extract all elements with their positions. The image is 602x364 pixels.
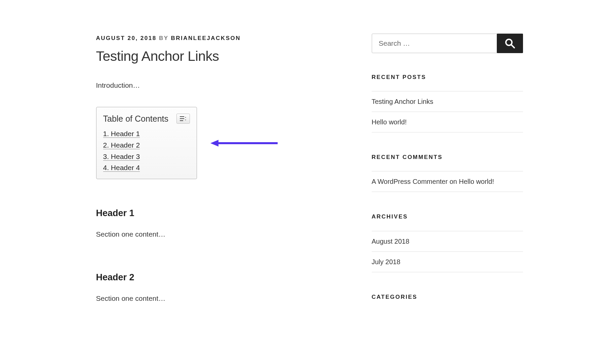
svg-marker-4 [210,140,218,147]
table-of-contents: Table of Contents 1. Header 1 2. Header [96,107,197,179]
toc-item: 3. Header 3 [103,151,190,162]
list-item: August 2018 [372,231,523,251]
toc-link-1[interactable]: 1. Header 1 [103,130,140,138]
toc-link-2[interactable]: 2. Header 2 [103,141,140,149]
archive-link[interactable]: August 2018 [372,238,409,245]
comment-post-link[interactable]: Hello world! [459,178,494,185]
archive-link[interactable]: July 2018 [372,258,401,266]
list-item: A WordPress Commenter on Hello world! [372,171,523,192]
recent-posts-list: Testing Anchor Links Hello world! [372,91,523,132]
toc-toggle-button[interactable] [176,114,190,124]
toc-link-4[interactable]: 4. Header 4 [103,164,140,172]
section-heading-1: Header 1 [96,206,345,220]
section-content-1: Section one content… [96,229,345,240]
main-content: AUGUST 20, 2018 BY BRIANLEEJACKSON Testi… [96,34,345,304]
svg-rect-0 [180,116,184,117]
search-button[interactable] [497,34,523,53]
svg-rect-1 [180,118,184,119]
list-icon [180,116,187,121]
svg-line-6 [511,45,514,48]
comment-author-link[interactable]: A WordPress Commenter [372,178,448,185]
recent-posts-title: RECENT POSTS [372,73,523,82]
list-item: July 2018 [372,251,523,272]
comment-on-label: on [449,178,457,185]
post-meta: AUGUST 20, 2018 BY BRIANLEEJACKSON [96,34,345,43]
annotation-arrow-icon [210,138,278,148]
list-item: Testing Anchor Links [372,91,523,112]
search-form [372,34,523,53]
toc-item: 2. Header 2 [103,139,190,151]
post-author-link[interactable]: BRIANLEEJACKSON [171,35,241,41]
toc-item: 4. Header 4 [103,162,190,173]
toc-link-3[interactable]: 3. Header 3 [103,153,140,161]
sidebar: RECENT POSTS Testing Anchor Links Hello … [372,34,523,304]
recent-comments-title: RECENT COMMENTS [372,153,523,162]
recent-comments-list: A WordPress Commenter on Hello world! [372,171,523,192]
post-intro: Introduction… [96,80,345,91]
search-icon [504,38,516,49]
recent-post-link[interactable]: Hello world! [372,118,407,126]
toc-title: Table of Contents [103,112,169,125]
toc-item: 1. Header 1 [103,128,190,139]
svg-rect-2 [180,120,183,121]
archives-title: ARCHIVES [372,212,523,221]
post-title: Testing Anchor Links [96,45,345,68]
recent-post-link[interactable]: Testing Anchor Links [372,98,433,105]
toc-list: 1. Header 1 2. Header 2 3. Header 3 4. H… [103,128,190,173]
archives-list: August 2018 July 2018 [372,231,523,272]
categories-title: CATEGORIES [372,292,523,301]
meta-by: BY [159,35,168,41]
section-heading-2: Header 2 [96,270,345,285]
post-date: AUGUST 20, 2018 [96,35,157,41]
search-input[interactable] [372,34,498,53]
section-content-2: Section one content… [96,293,345,304]
list-item: Hello world! [372,112,523,132]
